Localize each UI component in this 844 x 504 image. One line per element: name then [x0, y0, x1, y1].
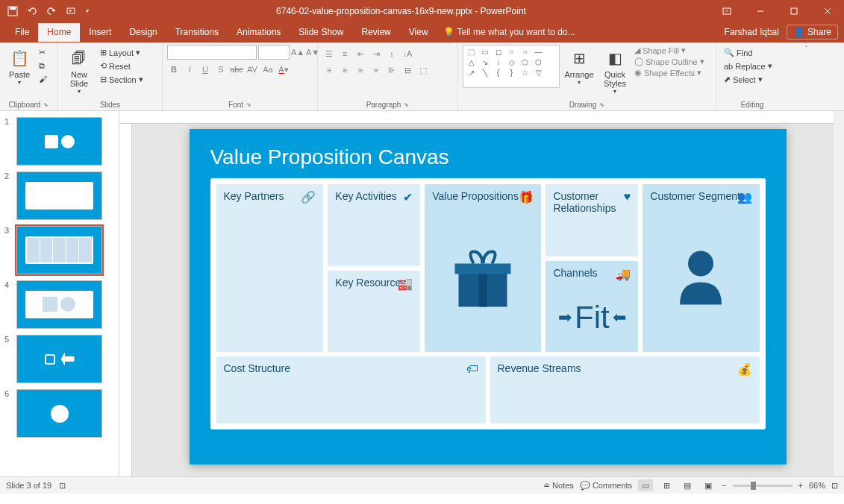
thumbnail-3[interactable]: 3: [0, 223, 119, 277]
new-slide-button[interactable]: 🗐 New Slide▾: [63, 45, 96, 96]
group-drawing: ⬚▭◻○○— △↘↓◇⬠⬡ ↗╲{}☆▽ ⊞ Arrange▾ ◧ Quick …: [458, 42, 716, 110]
slide-canvas[interactable]: Value Proposition Canvas Key Partners 🔗 …: [190, 129, 787, 464]
new-slide-icon: 🗐: [67, 46, 91, 70]
font-family-selector[interactable]: [167, 45, 257, 60]
numbering-button[interactable]: ≡: [338, 47, 351, 60]
zoom-out-button[interactable]: −: [722, 481, 726, 490]
shape-outline-button[interactable]: ◯Shape Outline ▾: [634, 56, 704, 67]
reading-view-button[interactable]: ▤: [680, 479, 695, 491]
format-painter-button[interactable]: 🖌: [36, 73, 50, 85]
tell-me-search[interactable]: 💡 Tell me what you want to do...: [437, 27, 575, 37]
case-button[interactable]: Aa: [261, 63, 275, 76]
paragraph-launcher[interactable]: ⬊: [404, 101, 409, 108]
close-button[interactable]: [810, 0, 844, 22]
tab-review[interactable]: Review: [352, 23, 399, 42]
tab-design[interactable]: Design: [120, 23, 166, 42]
increase-font-button[interactable]: A▲: [291, 45, 304, 59]
paste-button[interactable]: 📋 Paste▾: [4, 45, 34, 87]
group-clipboard: 📋 Paste▾ ✂ ⧉ 🖌 Clipboard⬊: [0, 42, 58, 110]
clipboard-label: Clipboard: [9, 101, 41, 109]
increase-indent-button[interactable]: ⇥: [369, 47, 383, 60]
drawing-launcher[interactable]: ⬊: [599, 101, 604, 108]
cell-cost-structure: Cost Structure 🏷: [216, 356, 486, 423]
cut-button[interactable]: ✂: [36, 46, 50, 59]
font-size-selector[interactable]: [258, 45, 290, 60]
slide-indicator[interactable]: Slide 3 of 19: [6, 481, 51, 490]
font-color-button[interactable]: A▾: [277, 63, 290, 76]
align-right-button[interactable]: ≡: [354, 63, 367, 77]
start-from-beginning-button[interactable]: [63, 3, 79, 19]
thumbnail-4[interactable]: 4: [0, 277, 119, 332]
line-spacing-button[interactable]: ↕: [385, 47, 398, 60]
reset-button[interactable]: ⟲Reset: [97, 60, 146, 72]
svg-rect-1: [10, 7, 16, 10]
normal-view-button[interactable]: ▭: [638, 479, 653, 491]
font-launcher[interactable]: ⬊: [246, 101, 251, 108]
spacing-button[interactable]: AV: [246, 63, 259, 76]
columns-button[interactable]: ⊪: [385, 63, 398, 77]
vertical-scrollbar[interactable]: [834, 111, 844, 476]
save-button[interactable]: [4, 3, 21, 19]
align-text-button[interactable]: ⊟: [401, 63, 414, 77]
underline-button[interactable]: U: [199, 63, 212, 76]
comments-button[interactable]: 💬 Comments: [580, 481, 632, 491]
shape-fill-button[interactable]: ◢Shape Fill ▾: [634, 45, 704, 56]
thumbnail-5[interactable]: 5: [0, 332, 119, 386]
tab-file[interactable]: File: [6, 23, 38, 42]
font-label: Font: [228, 101, 243, 109]
maximize-button[interactable]: [777, 0, 810, 22]
quick-styles-button[interactable]: ◧ Quick Styles▾: [598, 45, 631, 96]
find-button[interactable]: 🔍Find: [721, 46, 775, 59]
undo-button[interactable]: [24, 3, 40, 19]
shadow-button[interactable]: S: [214, 63, 228, 76]
shape-effects-button[interactable]: ◉Shape Effects ▾: [634, 67, 704, 78]
zoom-level[interactable]: 66%: [809, 481, 825, 490]
collapse-ribbon-button[interactable]: ˆ: [805, 45, 807, 54]
ribbon-display-options[interactable]: [710, 0, 743, 22]
sorter-view-button[interactable]: ⊞: [659, 479, 674, 491]
thumbnail-1[interactable]: 1: [0, 114, 119, 168]
smartart-button[interactable]: ⬚: [416, 63, 430, 77]
select-button[interactable]: ⬈Select ▾: [721, 73, 775, 86]
thumbnail-2[interactable]: 2: [0, 168, 119, 223]
copy-button[interactable]: ⧉: [36, 60, 50, 72]
tab-insert[interactable]: Insert: [80, 23, 120, 42]
layout-button[interactable]: ⊞Layout ▾: [97, 46, 146, 59]
slideshow-view-button[interactable]: ▣: [701, 479, 716, 491]
section-button[interactable]: ⊟Section ▾: [97, 73, 146, 86]
tab-transitions[interactable]: Transitions: [166, 23, 228, 42]
strikethrough-button[interactable]: abc: [230, 63, 243, 76]
tab-animations[interactable]: Animations: [228, 23, 290, 42]
decrease-indent-button[interactable]: ⇤: [354, 47, 367, 60]
thumbnail-6[interactable]: 6: [0, 386, 119, 441]
minimize-button[interactable]: [743, 0, 777, 22]
justify-button[interactable]: ≡: [369, 63, 383, 77]
italic-button[interactable]: I: [183, 63, 196, 76]
money-bag-icon: 💰: [737, 362, 752, 377]
spell-check-icon[interactable]: ⊡: [59, 481, 66, 491]
notes-button[interactable]: ≐ Notes: [543, 481, 574, 491]
fit-to-window-button[interactable]: ⊡: [831, 481, 838, 491]
slide-thumbnails: 1 2 3 4 5 6: [0, 111, 119, 476]
qat-customize-button[interactable]: ▾: [82, 3, 93, 19]
arrange-button[interactable]: ⊞ Arrange▾: [561, 45, 597, 87]
svg-rect-5: [791, 8, 797, 14]
bullets-button[interactable]: ☰: [322, 47, 336, 60]
tab-view[interactable]: View: [400, 23, 437, 42]
cell-customer-segments: Customer Segments 👥: [643, 184, 759, 352]
bold-button[interactable]: B: [167, 63, 181, 76]
shapes-gallery[interactable]: ⬚▭◻○○— △↘↓◇⬠⬡ ↗╲{}☆▽: [463, 45, 560, 88]
align-left-button[interactable]: ≡: [322, 63, 336, 77]
text-direction-button[interactable]: ↓A: [401, 47, 414, 60]
tab-home[interactable]: Home: [38, 23, 80, 42]
user-name[interactable]: Farshad Iqbal: [725, 27, 779, 37]
clipboard-launcher[interactable]: ⬊: [43, 101, 49, 108]
cell-key-partners: Key Partners 🔗: [216, 184, 324, 352]
zoom-slider[interactable]: [733, 485, 793, 487]
replace-button[interactable]: abReplace ▾: [721, 60, 775, 72]
align-center-button[interactable]: ≡: [338, 63, 351, 77]
zoom-in-button[interactable]: +: [798, 481, 803, 490]
tab-slideshow[interactable]: Slide Show: [290, 23, 352, 42]
redo-button[interactable]: [43, 3, 60, 19]
share-button[interactable]: 👤 Share: [787, 25, 838, 40]
